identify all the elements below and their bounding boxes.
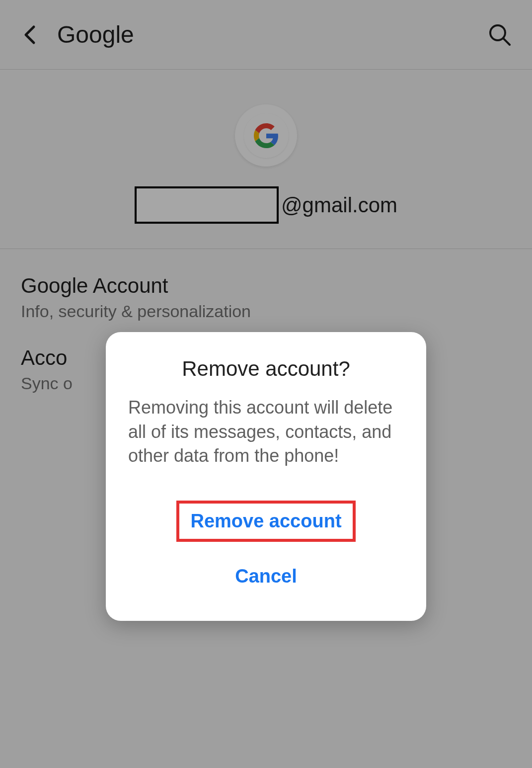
modal-overlay[interactable]: Remove account? Removing this account wi…	[0, 0, 532, 768]
dialog-message: Removing this account will delete all of…	[126, 396, 406, 468]
cancel-button[interactable]: Cancel	[221, 557, 311, 596]
remove-account-button[interactable]: Remove account	[179, 504, 352, 539]
remove-account-dialog: Remove account? Removing this account wi…	[106, 332, 426, 621]
dialog-actions: Remove account Cancel	[126, 501, 406, 596]
highlight-annotation: Remove account	[176, 501, 355, 542]
dialog-title: Remove account?	[126, 357, 406, 381]
